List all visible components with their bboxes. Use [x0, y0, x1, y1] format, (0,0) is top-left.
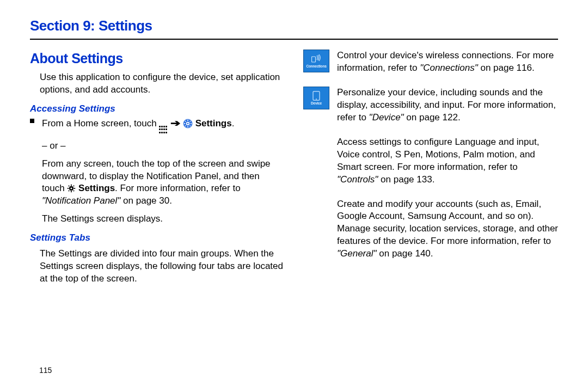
- svg-rect-6: [191, 123, 192, 124]
- connections-text: Control your device's wireless connectio…: [337, 50, 558, 75]
- wireless-icon: [311, 54, 321, 64]
- cross-ref: "Controls": [337, 174, 378, 185]
- controls-row: Access settings to configure Language an…: [303, 136, 558, 192]
- svg-rect-3: [187, 120, 188, 121]
- horizontal-rule: [30, 39, 558, 40]
- step-swipe: From any screen, touch the top of the sc…: [42, 158, 285, 208]
- svg-rect-16: [74, 188, 75, 189]
- cross-ref: "Connections": [420, 63, 478, 73]
- controls-text: Access settings to configure Language an…: [337, 136, 558, 186]
- icon-caption: Device: [311, 102, 322, 106]
- about-intro: Use this application to configure the de…: [40, 71, 285, 96]
- svg-rect-20: [69, 191, 70, 192]
- apps-icon: [159, 126, 168, 134]
- device-tab-icon: Device: [303, 87, 329, 109]
- settings-label: Settings: [78, 183, 115, 193]
- svg-rect-13: [71, 185, 72, 186]
- access-steps: From a Home screen, touch ➔: [42, 118, 285, 226]
- settings-gear-icon: [183, 119, 193, 128]
- right-column: Connections Control your device's wirele…: [303, 50, 558, 291]
- result-line: The Settings screen displays.: [42, 213, 285, 225]
- arrow-right-icon: ➔: [170, 118, 180, 130]
- svg-point-2: [187, 122, 188, 124]
- device-row: Device Personalize your device, includin…: [303, 87, 558, 130]
- section-title: Section 9: Settings: [30, 16, 558, 35]
- svg-rect-4: [187, 126, 188, 127]
- device-text: Personalize your device, including sound…: [337, 87, 558, 124]
- page-number: 115: [39, 365, 52, 376]
- svg-rect-21: [312, 57, 316, 62]
- text: on page 30.: [120, 195, 172, 206]
- text: on page 122.: [404, 112, 461, 122]
- text: on page 133.: [378, 174, 434, 185]
- text: . For more information, refer to: [115, 183, 241, 193]
- bullet-icon: [30, 119, 34, 123]
- svg-rect-17: [69, 186, 70, 187]
- svg-point-12: [71, 188, 72, 189]
- text: on page 140.: [377, 248, 433, 259]
- svg-rect-19: [74, 186, 75, 187]
- svg-rect-18: [74, 191, 75, 192]
- cross-ref: "General": [337, 248, 377, 259]
- step-home: From a Home screen, touch ➔: [42, 118, 285, 134]
- general-row: Create and modify your accounts (such as…: [303, 198, 558, 266]
- general-text: Create and modify your accounts (such as…: [337, 198, 558, 261]
- connections-tab-icon: Connections: [303, 50, 329, 72]
- text: .: [232, 118, 235, 128]
- text: Access settings to configure Language an…: [337, 137, 539, 172]
- settings-label: Settings: [195, 118, 232, 128]
- svg-rect-14: [71, 191, 72, 192]
- text: From a Home screen, touch: [42, 118, 159, 128]
- two-column-layout: About Settings Use this application to c…: [30, 50, 558, 291]
- connections-row: Connections Control your device's wirele…: [303, 50, 558, 80]
- cross-ref: "Device": [369, 112, 404, 122]
- accessing-heading: Accessing Settings: [30, 103, 285, 115]
- cross-ref: "Notification Panel": [42, 195, 120, 206]
- settings-gear-icon: [67, 184, 76, 193]
- tablet-icon: [311, 91, 321, 101]
- or-separator: – or –: [42, 140, 285, 152]
- text: on page 116.: [478, 63, 535, 73]
- svg-rect-15: [68, 188, 69, 189]
- tabs-heading: Settings Tabs: [30, 232, 285, 244]
- about-heading: About Settings: [30, 50, 285, 68]
- svg-point-23: [316, 99, 317, 100]
- svg-rect-5: [184, 123, 185, 124]
- icon-caption: Connections: [306, 65, 326, 69]
- left-column: About Settings Use this application to c…: [30, 50, 285, 291]
- tabs-intro: The Settings are divided into four main …: [40, 248, 285, 285]
- document-page: Section 9: Settings About Settings Use t…: [0, 0, 588, 392]
- text: Create and modify your accounts (such as…: [337, 199, 558, 247]
